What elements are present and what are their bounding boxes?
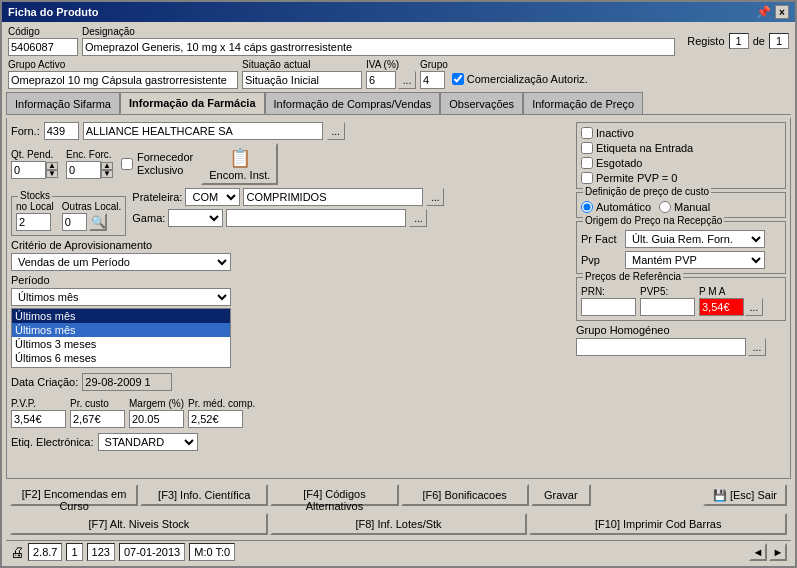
periodo-listbox[interactable]: Últimos mês Últimos mês Últimos 3 meses …: [11, 308, 231, 368]
situacao-input[interactable]: [242, 71, 362, 89]
criterio-select[interactable]: Vendas de um Período: [11, 253, 231, 271]
listbox-item-2[interactable]: Últimos mês: [12, 323, 230, 337]
prateleira-desc-input[interactable]: [243, 188, 423, 206]
prateleira-gama-section: Prateleira: COM ... Gama:: [132, 188, 572, 227]
forn-ellipsis[interactable]: ...: [327, 122, 345, 140]
gama-desc-input[interactable]: [226, 209, 406, 227]
forn-name-input[interactable]: [83, 122, 323, 140]
outras-local-input[interactable]: [62, 213, 87, 231]
stocks-label: Stocks: [18, 190, 52, 201]
tab-compras[interactable]: Informação de Compras/Vendas: [265, 92, 441, 114]
forn-excl-check[interactable]: [121, 158, 133, 170]
iva-input[interactable]: [366, 71, 396, 89]
automatico-radio[interactable]: [581, 201, 593, 213]
esgotado-check[interactable]: [581, 157, 593, 169]
inactivo-check[interactable]: [581, 127, 593, 139]
codigo-input[interactable]: [8, 38, 78, 56]
periodo-section: Período Últimos mês Últimos mês Últimos …: [11, 274, 572, 368]
comercializacao-check[interactable]: [452, 73, 464, 85]
pma-label: P M A: [699, 286, 763, 297]
nav-right-button[interactable]: ►: [769, 543, 787, 561]
stocks-search-button[interactable]: 🔍: [89, 213, 107, 231]
gama-select[interactable]: [168, 209, 223, 227]
pin-icon: 📌: [756, 5, 771, 19]
f7-button[interactable]: [F7] Alt. Niveis Stock: [10, 513, 268, 535]
tab-preco[interactable]: Informação de Preço: [523, 92, 643, 114]
qt-pend-spinner[interactable]: ▲ ▼: [46, 162, 58, 178]
gravar-button[interactable]: Gravar: [531, 484, 591, 506]
main-window: Ficha do Produto 📌 × Código Designação R…: [0, 0, 797, 568]
forn-num-input[interactable]: [44, 122, 79, 140]
f3-button[interactable]: [F3] Info. Científica: [140, 484, 268, 506]
forn-row: Forn.: ...: [11, 122, 572, 140]
date-item: 07-01-2013: [119, 543, 185, 561]
registo-value: 1: [729, 33, 749, 49]
enc-forc-input[interactable]: [66, 161, 101, 179]
esc-sair-label: [Esc] Sair: [730, 489, 777, 501]
printer-icon: 🖨: [10, 544, 24, 560]
pvp-input[interactable]: [11, 410, 66, 428]
enc-forc-label: Enc. Forc.: [66, 149, 113, 160]
listbox-item-1[interactable]: Últimos mês: [12, 309, 230, 323]
pma-ellipsis[interactable]: ...: [745, 298, 763, 316]
pvp-origem-label: Pvp: [581, 254, 621, 266]
no-local-input[interactable]: [16, 213, 51, 231]
pr-med-comp-input[interactable]: [188, 410, 243, 428]
bottom-row2: [F7] Alt. Niveis Stock [F8] Inf. Lotes/S…: [6, 511, 791, 537]
pr-custo-input[interactable]: [70, 410, 125, 428]
permite-pvp-label: Permite PVP = 0: [596, 172, 677, 184]
periodo-label: Período: [11, 274, 572, 286]
pvp-origem-select[interactable]: Mantém PVP: [625, 251, 765, 269]
prateleira-select[interactable]: COM: [185, 188, 240, 206]
f2-button[interactable]: [F2] Encomendas em Curso: [10, 484, 138, 506]
pr-fact-select[interactable]: Últ. Guia Rem. Forn.: [625, 230, 765, 248]
margem-group: Margem (%): [129, 398, 184, 428]
designacao-group: Designação: [82, 26, 675, 56]
situacao-group: Situação actual: [242, 59, 362, 89]
grupo-activo-input[interactable]: [8, 71, 238, 89]
qt-pend-input[interactable]: [11, 161, 46, 179]
codigo-label: Código: [8, 26, 78, 37]
enc-forc-spinner[interactable]: ▲ ▼: [101, 162, 113, 178]
permite-pvp-check[interactable]: [581, 172, 593, 184]
f6-button[interactable]: [F6] Bonificacoes: [401, 484, 529, 506]
f4-button[interactable]: [F4] Códigos Alternativos: [270, 484, 398, 506]
f8-button[interactable]: [F8] Inf. Lotes/Stk: [270, 513, 528, 535]
grupo-input[interactable]: [420, 71, 445, 89]
precos-ref-section: Preços de Referência PRN: PVP5:: [576, 277, 786, 321]
prateleira-ellipsis[interactable]: ...: [426, 188, 444, 206]
mode-item: M:0 T:0: [189, 543, 235, 561]
designacao-input[interactable]: [82, 38, 675, 56]
pma-input[interactable]: [699, 298, 744, 316]
listbox-item-4[interactable]: Últimos 6 meses: [12, 351, 230, 365]
etiqueta-check[interactable]: [581, 142, 593, 154]
etiq-select[interactable]: STANDARD: [98, 433, 198, 451]
prn-group: PRN:: [581, 286, 636, 316]
qt-pend-group: Qt. Pend. ▲ ▼: [11, 149, 58, 179]
nav-left-button[interactable]: ◄: [749, 543, 767, 561]
grupo-homogeneo-ellipsis[interactable]: ...: [748, 338, 766, 356]
etiqueta-label: Etiqueta na Entrada: [596, 142, 693, 154]
gama-ellipsis[interactable]: ...: [409, 209, 427, 227]
close-button[interactable]: ×: [775, 5, 789, 19]
esc-sair-button[interactable]: 💾 [Esc] Sair: [703, 484, 787, 506]
periodo-select[interactable]: Últimos mês: [11, 288, 231, 306]
prn-input[interactable]: [581, 298, 636, 316]
esgotado-label: Esgotado: [596, 157, 642, 169]
tab-observacoes[interactable]: Observações: [440, 92, 523, 114]
pvp5-input[interactable]: [640, 298, 695, 316]
manual-radio[interactable]: [659, 201, 671, 213]
listbox-item-3[interactable]: Últimos 3 meses: [12, 337, 230, 351]
criterio-label: Critério de Aprovisionamento: [11, 239, 572, 251]
tab-sifarma[interactable]: Informação Sifarma: [6, 92, 120, 114]
iva-label: IVA (%): [366, 59, 416, 70]
definicao-preco-label: Definição de preço de custo: [583, 186, 711, 197]
tab-farmacia[interactable]: Informação da Farmácia: [120, 92, 265, 114]
f10-button[interactable]: [F10] Imprimir Cod Barras: [529, 513, 787, 535]
iva-ellipsis[interactable]: ...: [398, 71, 416, 89]
grupo-homogeneo-input[interactable]: [576, 338, 746, 356]
origem-preco-section: Origem do Preço na Recepção Pr Fact Últ.…: [576, 221, 786, 274]
margem-input[interactable]: [129, 410, 184, 428]
encom-inst-button[interactable]: 📋 Encom. Inst.: [201, 143, 278, 185]
gama-label: Gama:: [132, 212, 165, 224]
